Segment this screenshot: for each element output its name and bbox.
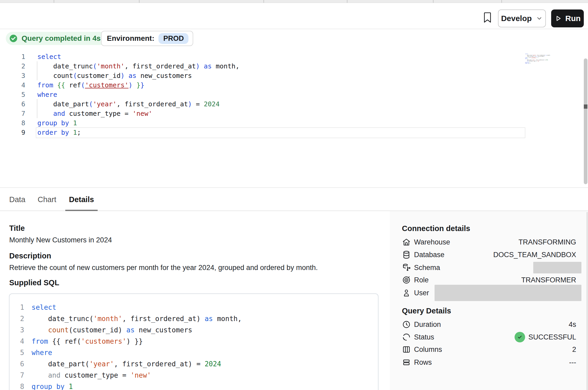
line-number: 2 bbox=[0, 62, 25, 70]
code-line: where bbox=[37, 91, 57, 98]
connection-details-heading: Connection details bbox=[402, 224, 470, 233]
code-line: from {{ ref('customers') }} bbox=[37, 81, 144, 89]
line-number: 5 bbox=[9, 349, 24, 357]
code-token: 'year' bbox=[93, 100, 117, 108]
code-token: ) bbox=[121, 72, 124, 79]
line-number: 7 bbox=[9, 371, 24, 379]
environment-selector[interactable]: Environment: PROD bbox=[101, 31, 193, 46]
code-token: 'month' bbox=[97, 62, 124, 70]
code-token: month, bbox=[212, 62, 239, 70]
editor-scrollbar[interactable] bbox=[584, 58, 587, 184]
editor-line[interactable]: 2 date_trunc('month', first_ordered_at) … bbox=[0, 61, 588, 71]
query-status-pill: Query completed in 4s bbox=[6, 32, 106, 45]
run-button[interactable]: Run bbox=[551, 9, 584, 27]
code-token: , first_ordered_at bbox=[117, 100, 188, 108]
title-value: Monthly New Customers in 2024 bbox=[9, 236, 112, 244]
line-number: 1 bbox=[0, 53, 25, 61]
user-icon bbox=[402, 288, 411, 297]
code-token: order by bbox=[525, 63, 529, 64]
description-heading: Description bbox=[9, 252, 51, 260]
row-label: Database bbox=[414, 251, 445, 259]
code-token: ( bbox=[73, 72, 77, 79]
code-token: from bbox=[37, 81, 53, 89]
editor-line[interactable]: 3 count(customer_id) as new_customers bbox=[0, 71, 588, 80]
code-token: 'customers' bbox=[81, 337, 126, 345]
code-token: new_customers bbox=[136, 72, 192, 79]
supplied-sql-line: 8group by 1 bbox=[9, 381, 378, 390]
run-button-label: Run bbox=[565, 14, 581, 23]
code-token: ) bbox=[196, 62, 200, 70]
right-panel-scrollbar[interactable] bbox=[587, 212, 587, 390]
code-token bbox=[32, 360, 48, 368]
tab-data[interactable]: Data bbox=[9, 188, 25, 211]
tab-details[interactable]: Details bbox=[69, 188, 94, 211]
editor-line[interactable]: 4from {{ ref('customers') }} bbox=[0, 80, 588, 90]
supplied-sql-line: 6 date_part('year', first_ordered_at) = … bbox=[9, 358, 378, 369]
line-number: 8 bbox=[9, 383, 24, 390]
line-number: 3 bbox=[0, 72, 25, 79]
line-number: 6 bbox=[9, 360, 24, 368]
code-token: } bbox=[140, 81, 144, 89]
code-token: count bbox=[48, 326, 69, 334]
redacted-value bbox=[435, 285, 581, 301]
code-token: , first_ordered_at) bbox=[122, 315, 205, 323]
tab-chart[interactable]: Chart bbox=[38, 188, 56, 211]
code-token bbox=[37, 62, 53, 70]
develop-button[interactable]: Develop bbox=[498, 9, 546, 27]
code-token: = bbox=[192, 100, 204, 108]
editor-minimap[interactable]: select date_trunc('month', first_ordered… bbox=[525, 53, 565, 72]
line-number: 9 bbox=[0, 129, 25, 136]
editor-line[interactable]: 5where bbox=[0, 90, 588, 99]
code-token: month, bbox=[213, 315, 242, 323]
code-token: and bbox=[53, 110, 65, 117]
sql-editor[interactable]: 1select2 date_trunc('month', first_order… bbox=[0, 52, 588, 187]
code-token: count bbox=[53, 72, 73, 79]
rows-icon bbox=[402, 358, 411, 367]
code-token: ) bbox=[128, 81, 132, 89]
detail-row-duration: Duration4s bbox=[402, 318, 576, 331]
supplied-sql-line: 3 count(customer_id) as new_customers bbox=[9, 324, 378, 336]
code-token: as bbox=[204, 62, 212, 70]
editor-line[interactable]: 6 date_part('year', first_ordered_at) = … bbox=[0, 99, 588, 109]
code-token: 2024 bbox=[205, 360, 221, 368]
row-value: 2 bbox=[572, 346, 576, 354]
role-icon bbox=[402, 276, 411, 284]
columns-icon bbox=[402, 345, 411, 354]
code-token bbox=[53, 81, 57, 89]
detail-row-user: User bbox=[402, 287, 576, 299]
code-token: ; bbox=[77, 129, 81, 136]
detail-row-role: RoleTRANSFORMER bbox=[402, 274, 576, 286]
top-tab-divider bbox=[263, 0, 264, 3]
code-token: customer_id bbox=[77, 72, 121, 79]
supplied-sql-line: 2 date_trunc('month', first_ordered_at) … bbox=[9, 313, 378, 324]
line-number: 2 bbox=[9, 315, 24, 323]
database-icon bbox=[402, 250, 411, 259]
code-token: {{ bbox=[57, 81, 65, 89]
code-token: where bbox=[32, 349, 52, 357]
app-window: Develop Run Query completed in 4s Enviro… bbox=[0, 0, 588, 390]
editor-line[interactable]: 9order by 1; bbox=[0, 128, 588, 137]
top-tab-divider bbox=[501, 0, 502, 3]
code-token: 'new' bbox=[131, 371, 151, 379]
code-token: from bbox=[32, 337, 48, 345]
editor-line[interactable]: 1select bbox=[0, 52, 588, 61]
code-token: ) }} bbox=[126, 337, 143, 345]
code-token: 'customers' bbox=[85, 81, 129, 89]
editor-line[interactable]: 8group by 1 bbox=[0, 118, 588, 128]
header-bar: Develop Run bbox=[0, 3, 588, 29]
detail-row-columns: Columns2 bbox=[402, 343, 576, 356]
code-line: order by 1; bbox=[37, 129, 81, 136]
code-token: customer_type = bbox=[61, 371, 131, 379]
title-heading: Title bbox=[9, 224, 25, 233]
code-token: , first_ordered_at) = bbox=[114, 360, 205, 368]
row-label: Warehouse bbox=[414, 238, 450, 246]
line-number: 3 bbox=[9, 326, 24, 334]
environment-label: Environment: bbox=[107, 34, 154, 43]
editor-line[interactable]: 7 and customer_type = 'new' bbox=[0, 109, 588, 118]
code-token: order by bbox=[37, 129, 69, 136]
code-token bbox=[132, 81, 136, 89]
code-token: 'year' bbox=[89, 360, 114, 368]
code-token bbox=[37, 100, 53, 108]
row-value: TRANSFORMING bbox=[519, 238, 576, 246]
bookmark-icon[interactable] bbox=[482, 11, 493, 24]
